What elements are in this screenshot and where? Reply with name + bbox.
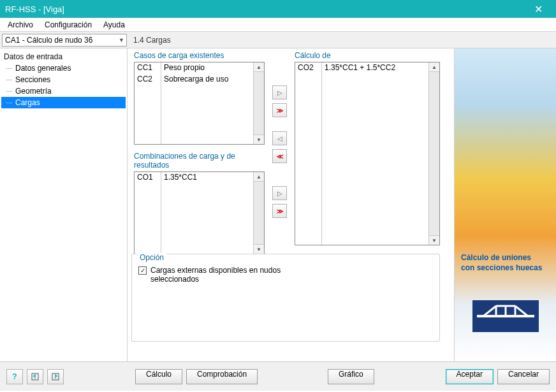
footer: ? Cálculo Comprobación Gráfico Aceptar C… [0, 361, 556, 391]
case-select[interactable]: CA1 - Cálculo de nudo 36 ▼ [2, 34, 127, 47]
tree-item-cargas[interactable]: Cargas [1, 97, 126, 108]
help-button[interactable]: ? [6, 369, 23, 384]
check-external-loads[interactable]: ✓ Cargas externas disponibles en nudos s… [138, 266, 433, 284]
scroll-up-icon[interactable]: ▲ [254, 172, 264, 182]
scrollbar[interactable]: ▲ ▼ [428, 62, 439, 245]
list-row-code[interactable]: CC2 [135, 74, 161, 85]
export-button[interactable] [47, 369, 64, 384]
move-left-all-button[interactable]: ≪ [272, 149, 287, 163]
move-col-combos: ▷ ≫ [272, 186, 287, 218]
list-row-desc[interactable]: Sobrecarga de uso [161, 74, 253, 85]
title-bar: RF-HSS - [Viga] ✕ [0, 0, 556, 18]
bridge-icon [472, 300, 539, 332]
menu-file[interactable]: Archivo [3, 19, 38, 31]
cancel-button[interactable]: Cancelar [497, 369, 550, 384]
list-row-desc[interactable]: 1.35*CC1 [161, 172, 253, 184]
menu-help[interactable]: Ayuda [98, 19, 130, 31]
panel-title: 1.4 Cargas [127, 36, 171, 45]
scrollbar[interactable]: ▲ ▼ [253, 172, 264, 254]
ok-button[interactable]: Aceptar [446, 369, 494, 384]
scrollbar[interactable]: ▲ ▼ [253, 62, 264, 144]
main: Datos de entrada Datos generales Seccion… [0, 48, 556, 361]
list-existing[interactable]: CC1 CC2 Peso propio Sobrecarga de uso ▲ … [134, 62, 265, 145]
scroll-up-icon[interactable]: ▲ [429, 62, 439, 72]
group-existing: Casos de carga existentes CC1 CC2 Peso p… [134, 51, 265, 145]
toolbar-row: CA1 - Cálculo de nudo 36 ▼ 1.4 Cargas [0, 32, 556, 48]
scroll-down-icon[interactable]: ▼ [254, 134, 264, 144]
menu-bar: Archivo Configuración Ayuda [0, 18, 556, 32]
list-combos[interactable]: CO1 1.35*CC1 ▲ ▼ [134, 171, 265, 254]
move-col-existing: ▷ ≫ ◁ ≪ [272, 85, 287, 163]
chevron-down-icon: ▼ [119, 37, 124, 43]
group-existing-label: Casos de carga existentes [134, 51, 265, 60]
scroll-down-icon[interactable]: ▼ [429, 235, 439, 245]
window-title: RF-HSS - [Viga] [5, 4, 525, 14]
list-row-code[interactable]: CO1 [135, 172, 161, 184]
check-external-loads-label: Cargas externas disponibles en nudos sel… [150, 266, 316, 284]
checkbox-icon[interactable]: ✓ [138, 266, 147, 275]
move-right-button[interactable]: ▷ [272, 186, 287, 200]
svg-line-3 [515, 306, 528, 316]
tree-item-datos-generales[interactable]: Datos generales [1, 62, 126, 74]
move-left-button[interactable]: ◁ [272, 131, 287, 145]
list-row-code[interactable]: CC1 [135, 62, 161, 74]
help-icon: ? [12, 372, 17, 381]
product-desc-line: con secciones huecas [461, 263, 542, 272]
move-right-all-button[interactable]: ≫ [272, 204, 287, 218]
calc-button[interactable]: Cálculo [135, 369, 182, 384]
group-calc-label: Cálculo de [295, 51, 440, 60]
group-calc: Cálculo de CO2 1.35*CC1 + 1.5*CC2 ▲ ▼ [295, 51, 440, 245]
menu-config[interactable]: Configuración [40, 19, 97, 31]
group-combos-label: Combinaciones de carga y de resultados [134, 152, 265, 170]
group-option-label: Opción [137, 253, 166, 262]
group-combos: Combinaciones de carga y de resultados C… [134, 152, 265, 254]
export-icon [51, 372, 60, 381]
list-row-desc[interactable]: 1.35*CC1 + 1.5*CC2 [322, 62, 428, 74]
scroll-up-icon[interactable]: ▲ [254, 62, 264, 72]
product-desc-line: Cálculo de uniones [461, 253, 531, 262]
list-calc[interactable]: CO2 1.35*CC1 + 1.5*CC2 ▲ ▼ [295, 62, 440, 245]
tree-root[interactable]: Datos de entrada [1, 51, 126, 62]
move-right-all-button[interactable]: ≫ [272, 103, 287, 117]
import-button[interactable] [27, 369, 43, 384]
sidebar: Datos de entrada Datos generales Seccion… [0, 48, 128, 361]
right-pane: RF-HSS Cálculo de uniones con secciones … [454, 48, 556, 361]
svg-line-1 [483, 306, 496, 316]
tree-item-secciones[interactable]: Secciones [1, 74, 126, 85]
group-option: Opción ✓ Cargas externas disponibles en … [131, 254, 440, 342]
content: Casos de carga existentes CC1 CC2 Peso p… [128, 48, 454, 361]
case-select-value: CA1 - Cálculo de nudo 36 [5, 36, 92, 45]
move-right-button[interactable]: ▷ [272, 85, 287, 99]
product-desc: Cálculo de uniones con secciones huecas [461, 252, 550, 273]
list-row-code[interactable]: CO2 [295, 62, 321, 74]
scroll-down-icon[interactable]: ▼ [254, 244, 264, 254]
graph-button[interactable]: Gráfico [328, 369, 374, 384]
close-icon[interactable]: ✕ [525, 3, 551, 15]
tree-item-geometria[interactable]: Geometría [1, 85, 126, 97]
product-logo: RF-HSS [552, 138, 556, 233]
check-button[interactable]: Comprobación [186, 369, 258, 384]
list-row-desc[interactable]: Peso propio [161, 62, 253, 74]
import-icon [31, 372, 40, 381]
